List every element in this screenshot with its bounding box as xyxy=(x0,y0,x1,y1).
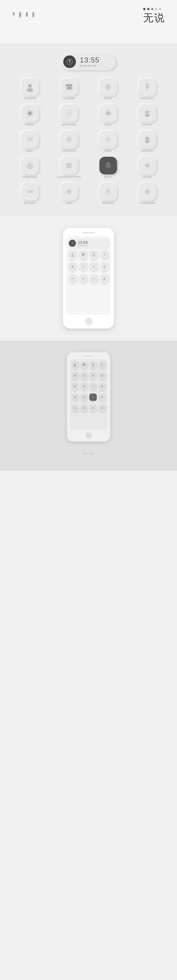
svg-rect-15 xyxy=(146,84,148,85)
svg-point-95 xyxy=(94,256,94,256)
p2-email-icon xyxy=(71,383,79,390)
ph-icon-themeshop[interactable]: THEME xyxy=(78,274,88,285)
icon-item-gallery2[interactable]: GALLERY xyxy=(129,157,165,178)
camera-icon xyxy=(21,104,39,122)
phone2-icon-grid: CONTACTS -14 CALENDAR PHONE xyxy=(71,361,106,414)
p2-gallery[interactable]: GALLERY xyxy=(98,372,106,381)
svg-line-86 xyxy=(72,242,72,243)
phone-mockup-1: 13:55 Monday Nov.15th CONTACTS -14 xyxy=(63,228,114,329)
phone-home-button[interactable] xyxy=(85,318,92,325)
icon-item-settings[interactable]: SETTINGS xyxy=(12,183,48,204)
svg-point-16 xyxy=(147,85,148,86)
icon-item-filemanager[interactable]: FILEMANAGER xyxy=(129,183,165,204)
icon-item-launchersettings[interactable]: LAUNCHERSETTINGS xyxy=(51,157,87,178)
icon-item-phone[interactable]: PHONE xyxy=(90,78,126,100)
ph-icon-radio[interactable]: RADIO xyxy=(89,274,99,285)
icon-item-music2[interactable]: MUSIC xyxy=(90,157,126,178)
svg-point-130 xyxy=(93,375,93,376)
svg-point-154 xyxy=(74,407,75,409)
ph-icon-music[interactable]: MUSIC xyxy=(89,262,99,273)
svg-point-106 xyxy=(104,267,105,268)
dots-row xyxy=(143,8,165,10)
ph-calendar-label: CALENDAR xyxy=(80,259,86,261)
footer-section: 无说 设计 xyxy=(0,447,177,459)
icon-item-browser[interactable]: BROWSER xyxy=(129,130,165,152)
ph-icon-browser[interactable]: BROWSER xyxy=(99,274,109,285)
icon-item-email[interactable]: EMAIL xyxy=(12,130,48,152)
ph-icon-gallery[interactable]: GALLERY xyxy=(99,262,109,273)
icon-item-music[interactable]: MUSIC xyxy=(90,104,126,126)
ph-icon-phone[interactable]: PHONE xyxy=(89,250,99,261)
svg-rect-92 xyxy=(81,253,85,254)
p2-phone[interactable]: PHONE xyxy=(89,361,97,370)
icon-item-weather[interactable]: WEATHER xyxy=(90,183,126,204)
p2-browser[interactable]: BROWSER xyxy=(98,383,106,392)
p2-music2[interactable]: MUSIC xyxy=(89,393,97,403)
p2-flashlight[interactable]: FLASH xyxy=(98,361,106,370)
ph-messaging xyxy=(79,262,88,271)
weather-label: WEATHER xyxy=(102,202,113,204)
icon-item-gallery[interactable]: GALLERY xyxy=(129,104,165,126)
p2-weather-label: WEATHER xyxy=(91,412,96,414)
p2-camera[interactable]: CAMERA xyxy=(71,372,79,381)
ph-phone-label: PHONE xyxy=(92,259,96,261)
icon-item-video[interactable]: VIDEO xyxy=(51,183,87,204)
icon-item-downloads[interactable]: DOWNLOADS xyxy=(12,157,48,178)
p2-music[interactable]: MUSIC xyxy=(89,372,97,381)
svg-point-76 xyxy=(27,190,30,193)
icon-item-radio[interactable]: RADIO xyxy=(90,130,126,152)
p2-email[interactable]: EMAIL xyxy=(71,383,79,392)
p2-weather[interactable]: WEATHER xyxy=(89,404,97,414)
p2-camera-icon xyxy=(71,372,79,379)
p2-calendar[interactable]: -14 CALENDAR xyxy=(80,361,88,370)
svg-point-7 xyxy=(28,84,32,88)
downloads-label: DOWNLOADS xyxy=(22,176,37,178)
icon-item-calendar[interactable]: -14 CALENDAR xyxy=(51,78,87,100)
p2-contacts[interactable]: CONTACTS xyxy=(71,361,79,370)
p2-video[interactable]: VIDEO xyxy=(80,404,88,414)
music2-label: MUSIC xyxy=(104,176,112,178)
icon-item-contacts[interactable]: CONTACTS xyxy=(12,78,48,100)
ph-icon-email[interactable]: EMAIL xyxy=(68,274,78,285)
icon-item-messaging[interactable]: MESSAGING xyxy=(51,104,87,126)
p2-filemanager[interactable]: FILES xyxy=(98,404,106,414)
phone2-home-button[interactable] xyxy=(86,432,91,438)
icon-item-themeshop[interactable]: THEMESHOP xyxy=(51,130,87,152)
p2-settings[interactable]: SETTINGS xyxy=(71,404,79,414)
icon-item-camera[interactable]: CAMERA xyxy=(12,104,48,126)
p2-calendar-label: CALENDAR xyxy=(81,369,86,370)
ph-flashlight-label: FLASH xyxy=(103,259,106,261)
p2-radio[interactable]: RADIO xyxy=(89,383,97,392)
music2-icon xyxy=(99,157,117,174)
p2-messaging[interactable]: MSG xyxy=(80,372,88,381)
ph-camera-label: CAMERA xyxy=(70,272,75,273)
ph-camera xyxy=(68,262,77,271)
browser-label: BROWSER xyxy=(141,150,153,152)
ph-icon-calendar[interactable]: -14 CALENDAR xyxy=(78,250,88,261)
icons-section: 13:55 Monday Nov.15th CONTACTS -14 xyxy=(0,43,177,216)
p2-music-label: MUSIC xyxy=(91,380,95,381)
phone-clock-info: 13:55 Monday Nov.15th xyxy=(78,240,89,246)
p2-launchersettings[interactable]: LAUNCH xyxy=(80,393,88,403)
svg-point-115 xyxy=(104,279,105,280)
ph-icon-flashlight[interactable]: FLASH xyxy=(99,250,109,261)
p2-gallery2[interactable]: GALLERY xyxy=(98,393,106,403)
p2-radio-icon xyxy=(89,383,97,390)
ph-icon-messaging[interactable]: MSG xyxy=(78,262,88,273)
ph-icon-camera[interactable]: CAMERA xyxy=(68,262,78,273)
p2-launchersettings-label: LAUNCH xyxy=(82,401,86,403)
vertical-text-3: 我相信这些图标的美丽 xyxy=(25,10,29,14)
ph-icon-contacts[interactable]: CONTACTS xyxy=(68,250,78,261)
p2-downloads[interactable]: DL xyxy=(71,393,79,403)
calendar-label: CALENDAR xyxy=(63,97,75,100)
phone-clock: 13:55 Monday Nov.15th xyxy=(68,239,109,248)
music-label: MUSIC xyxy=(104,124,112,126)
ph-messaging-label: MSG xyxy=(82,272,84,273)
p2-themeshop[interactable]: THEME xyxy=(80,383,88,392)
p2-gallery2-icon xyxy=(98,393,106,401)
svg-point-40 xyxy=(108,139,108,140)
music-icon xyxy=(99,104,117,122)
svg-point-90 xyxy=(71,255,74,257)
p2-settings-icon xyxy=(71,404,79,412)
icon-item-flashlight[interactable]: FLASHLIGHT xyxy=(129,78,165,100)
